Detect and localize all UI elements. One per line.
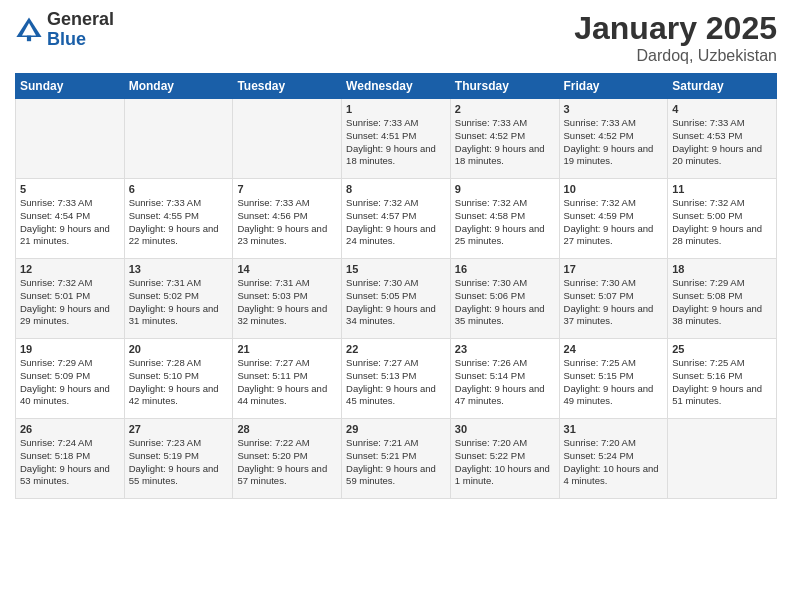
calendar-cell: 28Sunrise: 7:22 AM Sunset: 5:20 PM Dayli… — [233, 419, 342, 499]
day-number: 31 — [564, 423, 664, 435]
cell-info: Sunrise: 7:33 AM Sunset: 4:55 PM Dayligh… — [129, 197, 229, 248]
calendar-cell: 14Sunrise: 7:31 AM Sunset: 5:03 PM Dayli… — [233, 259, 342, 339]
calendar-cell: 20Sunrise: 7:28 AM Sunset: 5:10 PM Dayli… — [124, 339, 233, 419]
calendar-cell: 26Sunrise: 7:24 AM Sunset: 5:18 PM Dayli… — [16, 419, 125, 499]
day-number: 7 — [237, 183, 337, 195]
day-number: 27 — [129, 423, 229, 435]
calendar-cell: 2Sunrise: 7:33 AM Sunset: 4:52 PM Daylig… — [450, 99, 559, 179]
cell-info: Sunrise: 7:33 AM Sunset: 4:56 PM Dayligh… — [237, 197, 337, 248]
day-number: 19 — [20, 343, 120, 355]
logo-blue-text: Blue — [47, 30, 114, 50]
calendar-cell: 21Sunrise: 7:27 AM Sunset: 5:11 PM Dayli… — [233, 339, 342, 419]
cell-info: Sunrise: 7:30 AM Sunset: 5:06 PM Dayligh… — [455, 277, 555, 328]
calendar-cell: 30Sunrise: 7:20 AM Sunset: 5:22 PM Dayli… — [450, 419, 559, 499]
calendar-cell: 9Sunrise: 7:32 AM Sunset: 4:58 PM Daylig… — [450, 179, 559, 259]
calendar-cell: 23Sunrise: 7:26 AM Sunset: 5:14 PM Dayli… — [450, 339, 559, 419]
title-block: January 2025 Dardoq, Uzbekistan — [574, 10, 777, 65]
calendar-table: SundayMondayTuesdayWednesdayThursdayFrid… — [15, 73, 777, 499]
week-row-1: 5Sunrise: 7:33 AM Sunset: 4:54 PM Daylig… — [16, 179, 777, 259]
week-row-4: 26Sunrise: 7:24 AM Sunset: 5:18 PM Dayli… — [16, 419, 777, 499]
calendar-cell: 3Sunrise: 7:33 AM Sunset: 4:52 PM Daylig… — [559, 99, 668, 179]
cell-info: Sunrise: 7:30 AM Sunset: 5:07 PM Dayligh… — [564, 277, 664, 328]
calendar-cell: 11Sunrise: 7:32 AM Sunset: 5:00 PM Dayli… — [668, 179, 777, 259]
logo-general-text: General — [47, 10, 114, 30]
cell-info: Sunrise: 7:32 AM Sunset: 5:01 PM Dayligh… — [20, 277, 120, 328]
calendar-cell: 10Sunrise: 7:32 AM Sunset: 4:59 PM Dayli… — [559, 179, 668, 259]
calendar-cell: 8Sunrise: 7:32 AM Sunset: 4:57 PM Daylig… — [342, 179, 451, 259]
cell-info: Sunrise: 7:20 AM Sunset: 5:22 PM Dayligh… — [455, 437, 555, 488]
day-number: 11 — [672, 183, 772, 195]
day-number: 2 — [455, 103, 555, 115]
cell-info: Sunrise: 7:31 AM Sunset: 5:02 PM Dayligh… — [129, 277, 229, 328]
header-friday: Friday — [559, 74, 668, 99]
calendar-cell: 16Sunrise: 7:30 AM Sunset: 5:06 PM Dayli… — [450, 259, 559, 339]
calendar-cell: 27Sunrise: 7:23 AM Sunset: 5:19 PM Dayli… — [124, 419, 233, 499]
day-number: 12 — [20, 263, 120, 275]
day-number: 6 — [129, 183, 229, 195]
week-row-0: 1Sunrise: 7:33 AM Sunset: 4:51 PM Daylig… — [16, 99, 777, 179]
day-number: 5 — [20, 183, 120, 195]
header: General Blue January 2025 Dardoq, Uzbeki… — [15, 10, 777, 65]
cell-info: Sunrise: 7:27 AM Sunset: 5:13 PM Dayligh… — [346, 357, 446, 408]
header-wednesday: Wednesday — [342, 74, 451, 99]
header-saturday: Saturday — [668, 74, 777, 99]
cell-info: Sunrise: 7:24 AM Sunset: 5:18 PM Dayligh… — [20, 437, 120, 488]
calendar-cell: 13Sunrise: 7:31 AM Sunset: 5:02 PM Dayli… — [124, 259, 233, 339]
cell-info: Sunrise: 7:32 AM Sunset: 5:00 PM Dayligh… — [672, 197, 772, 248]
svg-rect-2 — [27, 35, 31, 41]
cell-info: Sunrise: 7:33 AM Sunset: 4:53 PM Dayligh… — [672, 117, 772, 168]
day-number: 25 — [672, 343, 772, 355]
cell-info: Sunrise: 7:29 AM Sunset: 5:08 PM Dayligh… — [672, 277, 772, 328]
page: General Blue January 2025 Dardoq, Uzbeki… — [0, 0, 792, 509]
week-row-2: 12Sunrise: 7:32 AM Sunset: 5:01 PM Dayli… — [16, 259, 777, 339]
calendar-cell: 1Sunrise: 7:33 AM Sunset: 4:51 PM Daylig… — [342, 99, 451, 179]
cell-info: Sunrise: 7:32 AM Sunset: 4:59 PM Dayligh… — [564, 197, 664, 248]
logo-text: General Blue — [47, 10, 114, 50]
logo: General Blue — [15, 10, 114, 50]
day-number: 20 — [129, 343, 229, 355]
cell-info: Sunrise: 7:28 AM Sunset: 5:10 PM Dayligh… — [129, 357, 229, 408]
day-number: 4 — [672, 103, 772, 115]
calendar-cell: 17Sunrise: 7:30 AM Sunset: 5:07 PM Dayli… — [559, 259, 668, 339]
day-number: 22 — [346, 343, 446, 355]
day-number: 14 — [237, 263, 337, 275]
day-number: 10 — [564, 183, 664, 195]
calendar-cell: 15Sunrise: 7:30 AM Sunset: 5:05 PM Dayli… — [342, 259, 451, 339]
calendar-cell — [233, 99, 342, 179]
cell-info: Sunrise: 7:25 AM Sunset: 5:15 PM Dayligh… — [564, 357, 664, 408]
calendar-cell: 19Sunrise: 7:29 AM Sunset: 5:09 PM Dayli… — [16, 339, 125, 419]
header-tuesday: Tuesday — [233, 74, 342, 99]
calendar-cell: 4Sunrise: 7:33 AM Sunset: 4:53 PM Daylig… — [668, 99, 777, 179]
calendar-cell: 5Sunrise: 7:33 AM Sunset: 4:54 PM Daylig… — [16, 179, 125, 259]
location-title: Dardoq, Uzbekistan — [574, 47, 777, 65]
cell-info: Sunrise: 7:25 AM Sunset: 5:16 PM Dayligh… — [672, 357, 772, 408]
calendar-cell — [124, 99, 233, 179]
day-number: 26 — [20, 423, 120, 435]
calendar-cell: 25Sunrise: 7:25 AM Sunset: 5:16 PM Dayli… — [668, 339, 777, 419]
cell-info: Sunrise: 7:33 AM Sunset: 4:52 PM Dayligh… — [564, 117, 664, 168]
calendar-cell: 29Sunrise: 7:21 AM Sunset: 5:21 PM Dayli… — [342, 419, 451, 499]
day-number: 21 — [237, 343, 337, 355]
cell-info: Sunrise: 7:20 AM Sunset: 5:24 PM Dayligh… — [564, 437, 664, 488]
cell-info: Sunrise: 7:26 AM Sunset: 5:14 PM Dayligh… — [455, 357, 555, 408]
calendar-cell: 22Sunrise: 7:27 AM Sunset: 5:13 PM Dayli… — [342, 339, 451, 419]
day-number: 8 — [346, 183, 446, 195]
cell-info: Sunrise: 7:31 AM Sunset: 5:03 PM Dayligh… — [237, 277, 337, 328]
header-sunday: Sunday — [16, 74, 125, 99]
week-row-3: 19Sunrise: 7:29 AM Sunset: 5:09 PM Dayli… — [16, 339, 777, 419]
month-title: January 2025 — [574, 10, 777, 47]
day-number: 15 — [346, 263, 446, 275]
cell-info: Sunrise: 7:21 AM Sunset: 5:21 PM Dayligh… — [346, 437, 446, 488]
day-number: 18 — [672, 263, 772, 275]
calendar-cell: 7Sunrise: 7:33 AM Sunset: 4:56 PM Daylig… — [233, 179, 342, 259]
cell-info: Sunrise: 7:33 AM Sunset: 4:51 PM Dayligh… — [346, 117, 446, 168]
day-number: 13 — [129, 263, 229, 275]
calendar-header-row: SundayMondayTuesdayWednesdayThursdayFrid… — [16, 74, 777, 99]
header-monday: Monday — [124, 74, 233, 99]
day-number: 30 — [455, 423, 555, 435]
cell-info: Sunrise: 7:22 AM Sunset: 5:20 PM Dayligh… — [237, 437, 337, 488]
calendar-cell: 24Sunrise: 7:25 AM Sunset: 5:15 PM Dayli… — [559, 339, 668, 419]
cell-info: Sunrise: 7:32 AM Sunset: 4:57 PM Dayligh… — [346, 197, 446, 248]
header-thursday: Thursday — [450, 74, 559, 99]
cell-info: Sunrise: 7:32 AM Sunset: 4:58 PM Dayligh… — [455, 197, 555, 248]
